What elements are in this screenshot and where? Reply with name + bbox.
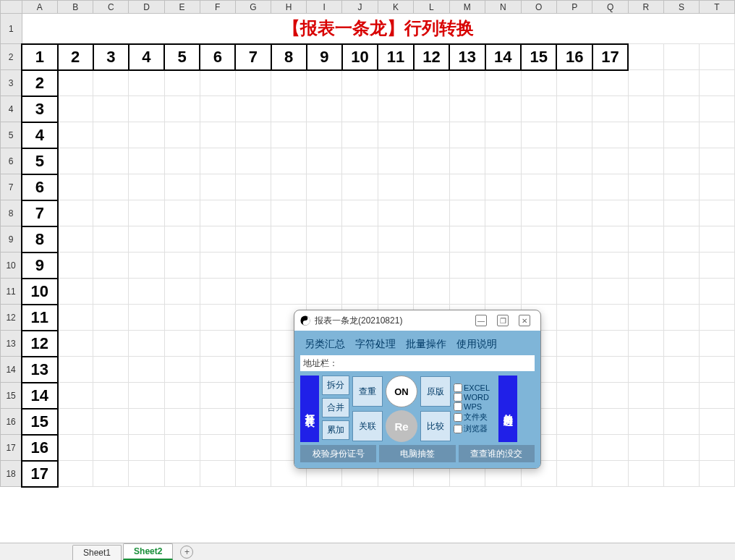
empty-cell[interactable] xyxy=(485,200,521,226)
column-header[interactable]: N xyxy=(485,1,521,14)
empty-cell[interactable] xyxy=(485,148,521,174)
data-cell[interactable]: 10 xyxy=(22,279,57,305)
empty-cell[interactable] xyxy=(556,226,592,253)
who-missing-button[interactable]: 查查谁的没交 xyxy=(459,445,535,462)
empty-cell[interactable] xyxy=(485,279,521,305)
empty-cell[interactable] xyxy=(58,96,93,122)
column-header[interactable]: D xyxy=(129,1,164,14)
empty-cell[interactable] xyxy=(663,226,699,253)
empty-cell[interactable] xyxy=(663,96,699,122)
empty-cell[interactable] xyxy=(521,174,556,200)
empty-cell[interactable] xyxy=(129,96,164,122)
data-cell[interactable]: 5 xyxy=(22,148,57,174)
empty-cell[interactable] xyxy=(235,122,271,148)
empty-cell[interactable] xyxy=(699,96,734,122)
empty-cell[interactable] xyxy=(93,122,129,148)
column-header[interactable]: A xyxy=(22,1,57,14)
empty-cell[interactable] xyxy=(592,70,628,96)
empty-cell[interactable] xyxy=(93,435,129,461)
split-button[interactable]: 拆分 xyxy=(322,376,349,395)
empty-cell[interactable] xyxy=(93,461,129,487)
empty-cell[interactable] xyxy=(628,305,663,331)
row-header[interactable]: 2 xyxy=(1,44,22,70)
chk-browser[interactable]: 浏览器 xyxy=(454,423,496,434)
empty-cell[interactable] xyxy=(699,383,734,409)
empty-cell[interactable] xyxy=(164,174,200,200)
empty-cell[interactable] xyxy=(628,253,663,279)
empty-cell[interactable] xyxy=(235,331,271,357)
empty-cell[interactable] xyxy=(663,200,699,226)
empty-cell[interactable] xyxy=(164,331,200,357)
empty-cell[interactable] xyxy=(485,226,521,253)
empty-cell[interactable] xyxy=(628,44,663,70)
empty-cell[interactable] xyxy=(164,435,200,461)
row-header[interactable]: 7 xyxy=(1,174,22,200)
empty-cell[interactable] xyxy=(271,200,307,226)
merge-button[interactable]: 合并 xyxy=(322,398,349,417)
empty-cell[interactable] xyxy=(200,279,235,305)
empty-cell[interactable] xyxy=(628,409,663,435)
empty-cell[interactable] xyxy=(93,70,129,96)
empty-cell[interactable] xyxy=(556,331,592,357)
data-cell[interactable]: 9 xyxy=(22,253,57,279)
empty-cell[interactable] xyxy=(129,148,164,174)
data-cell[interactable]: 10 xyxy=(342,44,378,70)
data-cell[interactable]: 3 xyxy=(93,44,129,70)
empty-cell[interactable] xyxy=(592,331,628,357)
empty-cell[interactable] xyxy=(592,461,628,487)
verify-id-button[interactable]: 校验身份证号 xyxy=(300,445,376,462)
empty-cell[interactable] xyxy=(663,357,699,383)
empty-cell[interactable] xyxy=(592,435,628,461)
data-cell[interactable]: 1 xyxy=(22,44,57,70)
empty-cell[interactable] xyxy=(235,461,271,487)
empty-cell[interactable] xyxy=(235,174,271,200)
empty-cell[interactable] xyxy=(271,253,307,279)
empty-cell[interactable] xyxy=(164,461,200,487)
empty-cell[interactable] xyxy=(307,70,342,96)
empty-cell[interactable] xyxy=(271,279,307,305)
data-cell[interactable]: 11 xyxy=(378,44,413,70)
empty-cell[interactable] xyxy=(93,200,129,226)
row-header[interactable]: 16 xyxy=(1,409,22,435)
empty-cell[interactable] xyxy=(342,279,378,305)
empty-cell[interactable] xyxy=(628,226,663,253)
empty-cell[interactable] xyxy=(235,70,271,96)
empty-cell[interactable] xyxy=(93,331,129,357)
empty-cell[interactable] xyxy=(592,200,628,226)
empty-cell[interactable] xyxy=(414,122,449,148)
chk-excel[interactable]: EXCEL xyxy=(454,383,496,392)
empty-cell[interactable] xyxy=(93,96,129,122)
close-process-button[interactable]: 关闭进程 xyxy=(498,376,517,442)
empty-cell[interactable] xyxy=(164,70,200,96)
empty-cell[interactable] xyxy=(235,253,271,279)
empty-cell[interactable] xyxy=(414,279,449,305)
empty-cell[interactable] xyxy=(699,253,734,279)
empty-cell[interactable] xyxy=(556,279,592,305)
empty-cell[interactable] xyxy=(378,226,413,253)
empty-cell[interactable] xyxy=(699,331,734,357)
empty-cell[interactable] xyxy=(592,383,628,409)
empty-cell[interactable] xyxy=(414,174,449,200)
empty-cell[interactable] xyxy=(93,226,129,253)
data-cell[interactable]: 5 xyxy=(164,44,200,70)
empty-cell[interactable] xyxy=(58,174,93,200)
empty-cell[interactable] xyxy=(58,70,93,96)
title-cell[interactable]: 【报表一条龙】行列转换 xyxy=(22,14,734,44)
dialog-titlebar[interactable]: 报表一条龙(20210821) — ❐ ✕ xyxy=(294,310,540,331)
empty-cell[interactable] xyxy=(164,253,200,279)
empty-cell[interactable] xyxy=(378,122,413,148)
empty-cell[interactable] xyxy=(628,174,663,200)
empty-cell[interactable] xyxy=(129,435,164,461)
empty-cell[interactable] xyxy=(485,174,521,200)
empty-cell[interactable] xyxy=(521,279,556,305)
empty-cell[interactable] xyxy=(271,148,307,174)
empty-cell[interactable] xyxy=(200,122,235,148)
empty-cell[interactable] xyxy=(663,174,699,200)
empty-cell[interactable] xyxy=(414,226,449,253)
empty-cell[interactable] xyxy=(628,122,663,148)
empty-cell[interactable] xyxy=(414,70,449,96)
empty-cell[interactable] xyxy=(164,200,200,226)
empty-cell[interactable] xyxy=(129,122,164,148)
empty-cell[interactable] xyxy=(200,226,235,253)
empty-cell[interactable] xyxy=(592,226,628,253)
